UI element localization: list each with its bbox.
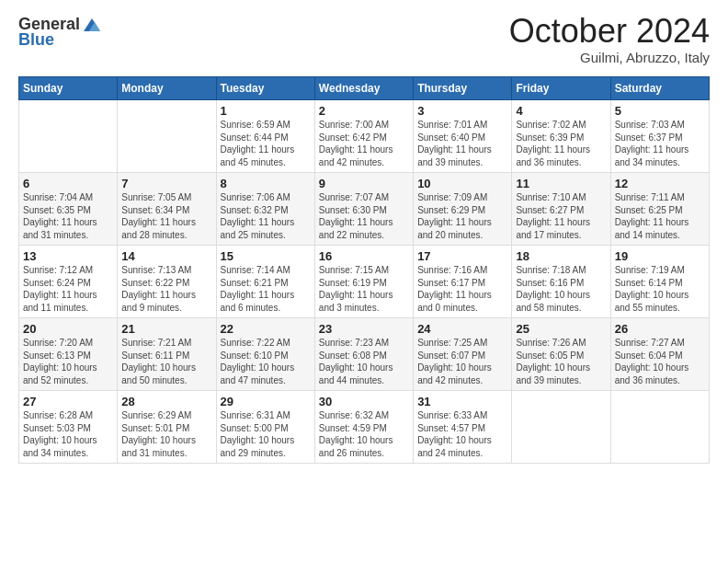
day-number: 15 — [221, 249, 311, 263]
day-number: 4 — [516, 104, 606, 118]
day-number: 5 — [615, 104, 705, 118]
day-number: 29 — [221, 395, 311, 408]
day-info: Sunrise: 6:28 AMSunset: 5:03 PMDaylight:… — [23, 409, 113, 459]
calendar-week-2: 13 Sunrise: 7:12 AMSunset: 6:24 PMDaylig… — [19, 246, 710, 318]
logo: General Blue — [18, 15, 102, 50]
day-info: Sunrise: 7:21 AMSunset: 6:11 PMDaylight:… — [121, 337, 211, 386]
day-info: Sunrise: 7:00 AMSunset: 6:42 PMDaylight:… — [319, 119, 409, 168]
day-info: Sunrise: 6:32 AMSunset: 4:59 PMDaylight:… — [319, 409, 409, 459]
day-number: 17 — [417, 249, 507, 263]
day-info: Sunrise: 7:23 AMSunset: 6:08 PMDaylight:… — [319, 337, 409, 386]
calendar-cell: 13 Sunrise: 7:12 AMSunset: 6:24 PMDaylig… — [19, 246, 118, 318]
day-info: Sunrise: 7:03 AMSunset: 6:37 PMDaylight:… — [615, 119, 705, 168]
header-sunday: Sunday — [19, 77, 118, 100]
day-number: 8 — [221, 177, 311, 190]
calendar-cell: 10 Sunrise: 7:09 AMSunset: 6:29 PMDaylig… — [414, 173, 512, 246]
calendar-cell — [19, 100, 118, 173]
header-friday: Friday — [512, 77, 610, 100]
calendar-cell: 20 Sunrise: 7:20 AMSunset: 6:13 PMDaylig… — [19, 318, 118, 391]
day-number: 11 — [516, 177, 606, 190]
day-info: Sunrise: 7:26 AMSunset: 6:05 PMDaylight:… — [516, 337, 606, 386]
calendar-cell: 28 Sunrise: 6:29 AMSunset: 5:01 PMDaylig… — [118, 391, 216, 464]
day-number: 2 — [319, 104, 409, 118]
day-number: 31 — [417, 395, 507, 408]
calendar-table: Sunday Monday Tuesday Wednesday Thursday… — [18, 76, 710, 464]
day-info: Sunrise: 7:04 AMSunset: 6:35 PMDaylight:… — [23, 191, 113, 241]
calendar-week-1: 6 Sunrise: 7:04 AMSunset: 6:35 PMDayligh… — [19, 173, 710, 246]
day-info: Sunrise: 7:14 AMSunset: 6:21 PMDaylight:… — [221, 264, 311, 314]
day-number: 3 — [417, 104, 507, 118]
day-number: 18 — [516, 249, 606, 263]
day-number: 1 — [221, 104, 311, 118]
day-info: Sunrise: 6:59 AMSunset: 6:44 PMDaylight:… — [221, 119, 311, 168]
calendar-week-0: 1 Sunrise: 6:59 AMSunset: 6:44 PMDayligh… — [19, 100, 710, 173]
calendar-cell: 21 Sunrise: 7:21 AMSunset: 6:11 PMDaylig… — [118, 318, 216, 391]
calendar-cell: 24 Sunrise: 7:25 AMSunset: 6:07 PMDaylig… — [414, 318, 512, 391]
header-saturday: Saturday — [610, 77, 709, 100]
day-number: 6 — [23, 177, 113, 190]
day-number: 20 — [23, 322, 113, 336]
day-info: Sunrise: 6:31 AMSunset: 5:00 PMDaylight:… — [221, 409, 311, 459]
day-number: 7 — [121, 177, 211, 190]
day-info: Sunrise: 7:27 AMSunset: 6:04 PMDaylight:… — [615, 337, 705, 386]
day-info: Sunrise: 7:22 AMSunset: 6:10 PMDaylight:… — [221, 337, 311, 386]
calendar-cell: 6 Sunrise: 7:04 AMSunset: 6:35 PMDayligh… — [19, 173, 118, 246]
day-info: Sunrise: 7:02 AMSunset: 6:39 PMDaylight:… — [516, 119, 606, 168]
day-number: 22 — [221, 322, 311, 336]
day-number: 19 — [615, 249, 705, 263]
calendar-cell: 19 Sunrise: 7:19 AMSunset: 6:14 PMDaylig… — [610, 246, 709, 318]
header-monday: Monday — [118, 77, 216, 100]
day-info: Sunrise: 7:12 AMSunset: 6:24 PMDaylight:… — [23, 264, 113, 314]
calendar-cell: 25 Sunrise: 7:26 AMSunset: 6:05 PMDaylig… — [512, 318, 610, 391]
header: General Blue October 2024 Guilmi, Abruzz… — [18, 15, 710, 65]
day-info: Sunrise: 7:06 AMSunset: 6:32 PMDaylight:… — [221, 191, 311, 241]
day-info: Sunrise: 7:09 AMSunset: 6:29 PMDaylight:… — [417, 191, 507, 241]
day-number: 13 — [23, 249, 113, 263]
day-info: Sunrise: 7:16 AMSunset: 6:17 PMDaylight:… — [417, 264, 507, 314]
calendar-cell: 17 Sunrise: 7:16 AMSunset: 6:17 PMDaylig… — [414, 246, 512, 318]
day-info: Sunrise: 7:01 AMSunset: 6:40 PMDaylight:… — [417, 119, 507, 168]
header-tuesday: Tuesday — [216, 77, 314, 100]
month-title: October 2024 — [509, 15, 710, 48]
calendar-cell — [512, 391, 610, 464]
header-wednesday: Wednesday — [314, 77, 413, 100]
day-info: Sunrise: 7:10 AMSunset: 6:27 PMDaylight:… — [516, 191, 606, 241]
calendar-body: 1 Sunrise: 6:59 AMSunset: 6:44 PMDayligh… — [19, 100, 710, 464]
day-info: Sunrise: 7:05 AMSunset: 6:34 PMDaylight:… — [121, 191, 211, 241]
day-number: 14 — [121, 249, 211, 263]
calendar-cell: 16 Sunrise: 7:15 AMSunset: 6:19 PMDaylig… — [314, 246, 413, 318]
title-block: October 2024 Guilmi, Abruzzo, Italy — [509, 15, 710, 65]
calendar-cell: 27 Sunrise: 6:28 AMSunset: 5:03 PMDaylig… — [19, 391, 118, 464]
calendar-cell — [610, 391, 709, 464]
day-info: Sunrise: 7:25 AMSunset: 6:07 PMDaylight:… — [417, 337, 507, 386]
day-info: Sunrise: 7:15 AMSunset: 6:19 PMDaylight:… — [319, 264, 409, 314]
day-number: 25 — [516, 322, 606, 336]
day-number: 21 — [121, 322, 211, 336]
day-number: 16 — [319, 249, 409, 263]
calendar-cell: 14 Sunrise: 7:13 AMSunset: 6:22 PMDaylig… — [118, 246, 216, 318]
day-info: Sunrise: 7:13 AMSunset: 6:22 PMDaylight:… — [121, 264, 211, 314]
header-row: Sunday Monday Tuesday Wednesday Thursday… — [19, 77, 710, 100]
logo-blue: Blue — [18, 30, 54, 50]
calendar-cell: 9 Sunrise: 7:07 AMSunset: 6:30 PMDayligh… — [314, 173, 413, 246]
calendar-cell: 15 Sunrise: 7:14 AMSunset: 6:21 PMDaylig… — [216, 246, 314, 318]
calendar-cell: 23 Sunrise: 7:23 AMSunset: 6:08 PMDaylig… — [314, 318, 413, 391]
page: General Blue October 2024 Guilmi, Abruzz… — [0, 0, 728, 563]
day-number: 24 — [417, 322, 507, 336]
day-number: 30 — [319, 395, 409, 408]
day-info: Sunrise: 6:33 AMSunset: 4:57 PMDaylight:… — [417, 409, 507, 459]
day-number: 9 — [319, 177, 409, 190]
day-info: Sunrise: 7:07 AMSunset: 6:30 PMDaylight:… — [319, 191, 409, 241]
calendar-week-4: 27 Sunrise: 6:28 AMSunset: 5:03 PMDaylig… — [19, 391, 710, 464]
header-thursday: Thursday — [414, 77, 512, 100]
calendar-cell: 29 Sunrise: 6:31 AMSunset: 5:00 PMDaylig… — [216, 391, 314, 464]
calendar-cell: 26 Sunrise: 7:27 AMSunset: 6:04 PMDaylig… — [610, 318, 709, 391]
calendar-cell: 2 Sunrise: 7:00 AMSunset: 6:42 PMDayligh… — [314, 100, 413, 173]
day-number: 10 — [417, 177, 507, 190]
calendar-cell: 4 Sunrise: 7:02 AMSunset: 6:39 PMDayligh… — [512, 100, 610, 173]
calendar-cell: 18 Sunrise: 7:18 AMSunset: 6:16 PMDaylig… — [512, 246, 610, 318]
calendar-cell: 3 Sunrise: 7:01 AMSunset: 6:40 PMDayligh… — [414, 100, 512, 173]
day-info: Sunrise: 7:20 AMSunset: 6:13 PMDaylight:… — [23, 337, 113, 386]
logo-icon — [82, 17, 102, 33]
calendar-cell: 7 Sunrise: 7:05 AMSunset: 6:34 PMDayligh… — [118, 173, 216, 246]
